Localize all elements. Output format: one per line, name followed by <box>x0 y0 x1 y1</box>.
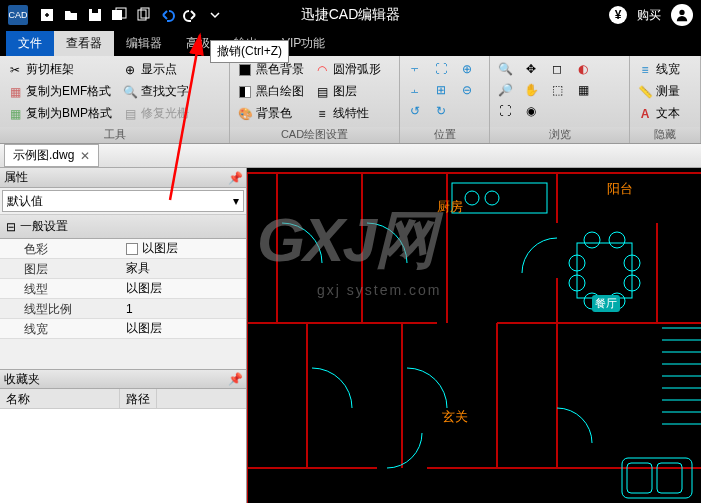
property-row[interactable]: 线宽以图层 <box>0 319 246 339</box>
pin-icon[interactable]: 📌 <box>228 372 242 386</box>
qat-save-icon[interactable] <box>84 4 106 26</box>
property-row[interactable]: 线型以图层 <box>0 279 246 299</box>
pos-btn-3[interactable]: ↺ <box>403 101 427 121</box>
chevron-down-icon: ▾ <box>233 194 239 208</box>
text-button[interactable]: A文本 <box>633 103 684 124</box>
text-icon: A <box>637 106 653 122</box>
layers-button[interactable]: ▤图层 <box>310 81 385 102</box>
zoom-all-icon: ⛶ <box>497 103 513 119</box>
pos-btn-8[interactable]: ⊖ <box>455 80 479 100</box>
room-label-entrance: 玄关 <box>442 408 468 426</box>
copy-emf-button[interactable]: ▦复制为EMF格式 <box>3 81 116 102</box>
qat-new-icon[interactable] <box>36 4 58 26</box>
svg-point-22 <box>465 191 479 205</box>
browse-3[interactable]: ⛶ <box>493 101 517 121</box>
svg-point-15 <box>609 232 625 248</box>
align-left-icon: ⫟ <box>407 61 423 77</box>
pos-btn-6[interactable]: ↻ <box>429 101 453 121</box>
pos-btn-5[interactable]: ⊞ <box>429 80 453 100</box>
browse-4[interactable]: ✥ <box>519 59 543 79</box>
ribbon-tabs: 文件 查看器 编辑器 高级 输出 VIP功能 <box>0 30 701 56</box>
checkbox-icon[interactable] <box>126 243 138 255</box>
browse-6[interactable]: ◉ <box>519 101 543 121</box>
zoom-out-icon: ⊖ <box>459 82 475 98</box>
repair-raster-button[interactable]: ▤修复光栅 <box>118 103 193 124</box>
qat-redo-icon[interactable] <box>180 4 202 26</box>
close-tab-icon[interactable]: ✕ <box>80 149 90 163</box>
fit-icon: ⛶ <box>433 61 449 77</box>
property-value[interactable]: 以图层 <box>122 239 246 258</box>
browse-1[interactable]: 🔍 <box>493 59 517 79</box>
bg-color-button[interactable]: 🎨背景色 <box>233 103 308 124</box>
properties-combo[interactable]: 默认值 ▾ <box>2 190 244 212</box>
walk-icon: ▦ <box>575 82 591 98</box>
pos-btn-7[interactable]: ⊕ <box>455 59 479 79</box>
tab-file[interactable]: 文件 <box>6 31 54 56</box>
property-key: 线型 <box>0 279 122 298</box>
buy-link[interactable]: 购买 <box>637 7 661 24</box>
browse-10[interactable]: ▦ <box>571 80 595 100</box>
property-key: 线宽 <box>0 319 122 338</box>
zoom-window-icon: 🔍 <box>497 61 513 77</box>
qat-undo-icon[interactable] <box>156 4 178 26</box>
document-tab[interactable]: 示例图.dwg ✕ <box>4 144 99 167</box>
property-value[interactable]: 以图层 <box>122 279 246 298</box>
pin-icon[interactable]: 📌 <box>228 171 242 185</box>
qat-saveas-icon[interactable] <box>108 4 130 26</box>
property-row[interactable]: 图层家具 <box>0 259 246 279</box>
viewcube-icon: ⬚ <box>549 82 565 98</box>
qat-dropdown-icon[interactable] <box>204 4 226 26</box>
linetype-button[interactable]: ≡线特性 <box>310 103 385 124</box>
qat-copy-icon[interactable] <box>132 4 154 26</box>
browse-9[interactable]: ◐ <box>571 59 595 79</box>
point-icon: ⊕ <box>122 62 138 78</box>
property-value[interactable]: 1 <box>122 299 246 318</box>
show-point-button[interactable]: ⊕显示点 <box>118 59 193 80</box>
emf-icon: ▦ <box>7 84 23 100</box>
pan-icon: ✥ <box>523 61 539 77</box>
fav-col-name[interactable]: 名称 <box>0 389 120 408</box>
linewidth-button[interactable]: ≡线宽 <box>633 59 684 80</box>
pos-btn-4[interactable]: ⛶ <box>429 59 453 79</box>
find-text-button[interactable]: 🔍查找文字 <box>118 81 193 102</box>
tab-viewer[interactable]: 查看器 <box>54 31 114 56</box>
pos-btn-1[interactable]: ⫟ <box>403 59 427 79</box>
browse-5[interactable]: ✋ <box>519 80 543 100</box>
crop-frame-button[interactable]: ✂剪切框架 <box>3 59 116 80</box>
drawing-canvas[interactable]: GXJ网 gxj system.com 阳台 厨房 餐厅 玄关 <box>247 168 701 503</box>
properties-section-general[interactable]: ⊟ 一般设置 <box>0 214 246 239</box>
coin-icon[interactable]: ¥ <box>609 6 627 24</box>
property-row[interactable]: 线型比例1 <box>0 299 246 319</box>
pos-btn-2[interactable]: ⫠ <box>403 80 427 100</box>
group-position-label: 位置 <box>400 127 489 143</box>
browse-2[interactable]: 🔎 <box>493 80 517 100</box>
measure-button[interactable]: 📏测量 <box>633 81 684 102</box>
repair-icon: ▤ <box>122 106 138 122</box>
user-avatar-icon[interactable] <box>671 4 693 26</box>
align-bottom-icon: ⫠ <box>407 82 423 98</box>
svg-rect-2 <box>92 9 98 13</box>
property-row[interactable]: 色彩以图层 <box>0 239 246 259</box>
properties-panel: 属性 📌 默认值 ▾ ⊟ 一般设置 色彩以图层图层家具线型以图层线型比例1线宽以… <box>0 168 247 503</box>
properties-title: 属性 <box>4 169 28 186</box>
fav-col-path[interactable]: 路径 <box>120 389 157 408</box>
search-icon: 🔍 <box>122 84 138 100</box>
view3d-icon: ◻ <box>549 61 565 77</box>
ribbon: ✂剪切框架 ▦复制为EMF格式 ▦复制为BMP格式 ⊕显示点 🔍查找文字 ▤修复… <box>0 56 701 144</box>
browse-8[interactable]: ⬚ <box>545 80 569 100</box>
bgcolor-icon: 🎨 <box>237 106 253 122</box>
document-tab-label: 示例图.dwg <box>13 147 74 164</box>
group-cad-label: CAD绘图设置 <box>230 127 399 143</box>
bmp-icon: ▦ <box>7 106 23 122</box>
smooth-arc-button[interactable]: ◠圆滑弧形 <box>310 59 385 80</box>
bw-draw-button[interactable]: 黑白绘图 <box>233 81 308 102</box>
property-value[interactable]: 以图层 <box>122 319 246 338</box>
copy-bmp-button[interactable]: ▦复制为BMP格式 <box>3 103 116 124</box>
group-tools-label: 工具 <box>0 127 229 143</box>
app-logo-icon: CAD <box>8 5 28 25</box>
browse-7[interactable]: ◻ <box>545 59 569 79</box>
tab-editor[interactable]: 编辑器 <box>114 31 174 56</box>
property-value[interactable]: 家具 <box>122 259 246 278</box>
qat-open-icon[interactable] <box>60 4 82 26</box>
ruler-icon: 📏 <box>637 84 653 100</box>
